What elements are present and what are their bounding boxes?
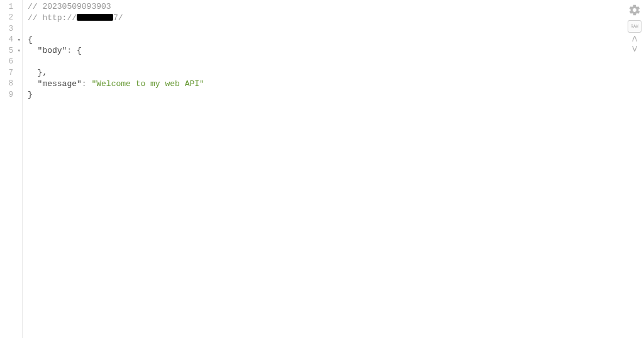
raw-button[interactable]: RAW <box>628 20 641 33</box>
gutter-line: 3 <box>0 23 22 35</box>
json-brace: { <box>28 35 33 45</box>
json-brace: } <box>28 90 33 99</box>
fold-toggle-icon[interactable]: ▾ <box>18 47 21 54</box>
code-line: "message": "Welcome to my web API" <box>28 79 644 90</box>
comment-text: // http:// <box>28 13 77 23</box>
code-line: } <box>28 89 644 101</box>
gutter-line: 1 <box>0 1 22 13</box>
chevron-down-icon[interactable]: ᐯ <box>632 46 637 53</box>
code-line: // 20230509093903 <box>28 1 644 13</box>
comment-text: // 20230509093903 <box>28 2 111 11</box>
gutter-line: 8 <box>0 79 22 90</box>
code-content[interactable]: // 20230509093903 // http://7/ { "body":… <box>23 0 644 338</box>
viewer-toolbar: RAW ᐱ ᐯ <box>628 4 641 53</box>
json-string: "Welcome to my web API" <box>91 79 204 89</box>
json-brace: }, <box>38 68 48 77</box>
line-number: 2 <box>9 13 19 22</box>
code-line <box>28 57 644 68</box>
gutter-line: 7 <box>0 67 22 79</box>
gutter-line: 4▾ <box>0 35 22 46</box>
line-number: 1 <box>9 3 19 11</box>
code-line: }, <box>28 67 644 79</box>
json-key: "message" <box>38 79 82 89</box>
gutter-line: 6 <box>0 57 22 68</box>
line-number: 8 <box>9 79 19 88</box>
line-number-gutter: 1 2 3 4▾ 5▾ 6 7 8 9 <box>0 0 23 338</box>
code-line <box>28 23 644 35</box>
gutter-line: 5▾ <box>0 45 22 57</box>
gutter-line: 9 <box>0 89 22 101</box>
code-line: { <box>28 35 644 46</box>
line-number: 9 <box>9 90 19 99</box>
redacted-text <box>77 14 113 21</box>
code-line: "body": { <box>28 45 644 57</box>
json-brace: { <box>77 46 82 55</box>
line-number: 7 <box>9 68 19 77</box>
gear-icon[interactable] <box>628 4 641 16</box>
gutter-line: 2 <box>0 13 22 24</box>
fold-toggle-icon[interactable]: ▾ <box>18 36 21 43</box>
comment-text: 7/ <box>113 13 123 23</box>
line-number: 3 <box>9 25 19 33</box>
json-key: "body" <box>38 46 67 55</box>
code-line: // http://7/ <box>28 13 644 24</box>
json-viewer: 1 2 3 4▾ 5▾ 6 7 8 9 // 20230509093903 //… <box>0 0 644 338</box>
line-number: 6 <box>9 57 19 66</box>
chevron-up-icon[interactable]: ᐱ <box>632 36 637 43</box>
